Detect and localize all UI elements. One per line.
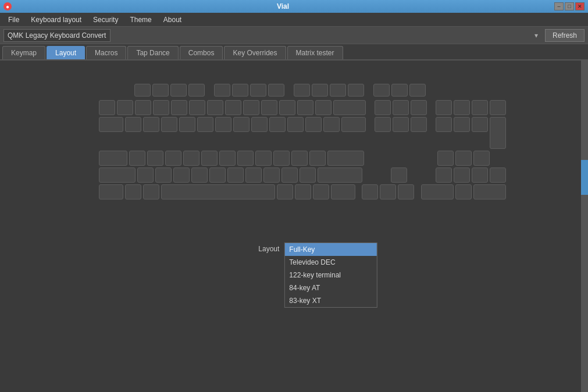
menu-bar: File Keyboard layout Security Theme Abou… xyxy=(0,13,588,27)
layout-option-full-key[interactable]: Full-Key xyxy=(284,243,376,256)
main-content: Layout Full-Key Televideo DEC 122-key te… xyxy=(0,60,588,392)
maximize-button[interactable]: □ xyxy=(565,2,574,10)
layout-option-83-key[interactable]: 83-key XT xyxy=(284,294,376,307)
bottom-row xyxy=(99,184,506,199)
menu-file[interactable]: File xyxy=(2,15,25,25)
layout-selector: Layout Full-Key Televideo DEC 122-key te… xyxy=(258,243,377,308)
minimize-button[interactable]: – xyxy=(554,2,564,10)
shift-row xyxy=(99,168,506,183)
layout-option-televideo[interactable]: Televideo DEC xyxy=(284,256,376,269)
layout-option-122-key[interactable]: 122-key terminal xyxy=(284,269,376,281)
toolbar: QMK Legacy Keyboard Convert Refresh xyxy=(0,27,588,44)
menu-security[interactable]: Security xyxy=(87,15,124,25)
window-title: Vial xyxy=(12,2,554,10)
layout-option-84-key[interactable]: 84-key AT xyxy=(284,281,376,294)
tab-keymap[interactable]: Keymap xyxy=(2,46,45,59)
tab-macros[interactable]: Macros xyxy=(86,46,126,59)
keyboard-select[interactable]: QMK Legacy Keyboard Convert xyxy=(3,29,111,42)
scrollbar[interactable] xyxy=(581,60,588,392)
layout-label: Layout xyxy=(258,243,279,253)
scrollbar-thumb[interactable] xyxy=(581,160,588,195)
menu-about[interactable]: About xyxy=(158,15,187,25)
fn-row xyxy=(116,84,506,97)
title-bar: ● Vial – □ ✕ xyxy=(0,0,588,13)
tab-row xyxy=(99,117,506,149)
window-controls: – □ ✕ xyxy=(554,2,585,10)
tab-tap-dance[interactable]: Tap Dance xyxy=(127,46,178,59)
tab-layout[interactable]: Layout xyxy=(47,46,85,59)
close-button[interactable]: ✕ xyxy=(575,2,585,10)
tab-bar: Keymap Layout Macros Tap Dance Combos Ke… xyxy=(0,44,588,60)
keyboard-select-wrapper: QMK Legacy Keyboard Convert xyxy=(3,29,541,42)
layout-dropdown: Full-Key Televideo DEC 122-key terminal … xyxy=(284,243,377,308)
number-row xyxy=(99,100,506,115)
tab-matrix-tester[interactable]: Matrix tester xyxy=(287,46,343,59)
refresh-button[interactable]: Refresh xyxy=(545,29,585,42)
menu-keyboard-layout[interactable]: Keyboard layout xyxy=(25,15,87,25)
keyboard-visualization xyxy=(99,84,506,201)
caps-row xyxy=(99,151,506,166)
menu-theme[interactable]: Theme xyxy=(124,15,157,25)
tab-combos[interactable]: Combos xyxy=(180,46,223,59)
tab-key-overrides[interactable]: Key Overrides xyxy=(224,46,286,59)
window-icon: ● xyxy=(3,2,12,10)
